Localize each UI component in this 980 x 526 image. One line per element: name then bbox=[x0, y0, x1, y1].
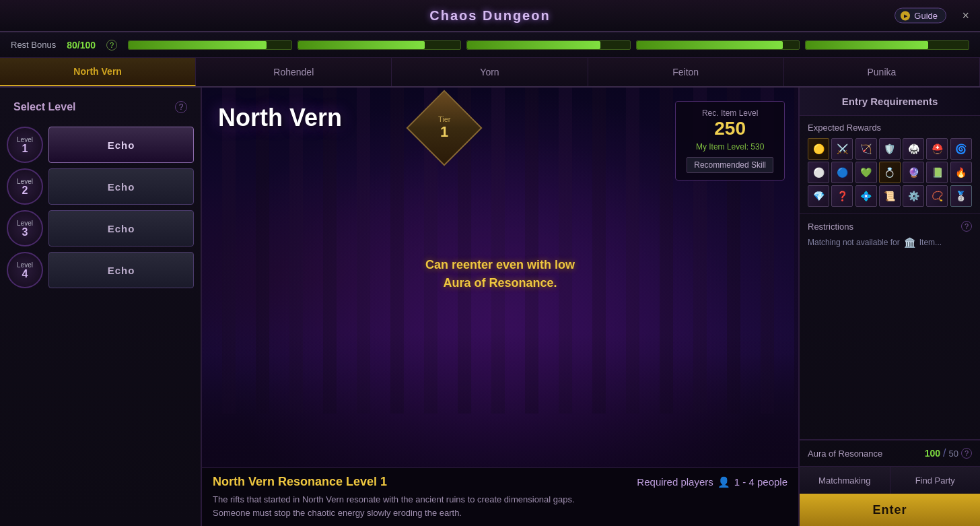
reward-item-silver[interactable]: 🥈 bbox=[950, 185, 972, 207]
level-item-3: Level 3 Echo bbox=[7, 210, 194, 246]
reward-item-gear[interactable]: ⚙️ bbox=[903, 185, 924, 207]
tier-content: Tier 1 bbox=[438, 115, 451, 141]
restriction-label: Matching not available for bbox=[808, 238, 900, 247]
guide-button[interactable]: Guide bbox=[895, 8, 946, 24]
reward-item-sphere[interactable]: 🔵 bbox=[831, 162, 853, 183]
reward-item-bow[interactable]: 🏹 bbox=[855, 138, 877, 160]
reward-item-gem2[interactable]: 💎 bbox=[808, 185, 829, 207]
dungeon-title: North Vern bbox=[218, 104, 342, 132]
reward-item-ring[interactable]: 💍 bbox=[879, 162, 901, 183]
reward-item-armor[interactable]: 🥋 bbox=[903, 138, 924, 160]
level-label-4: Level bbox=[17, 261, 33, 269]
tier-diamond: Tier 1 bbox=[406, 90, 482, 166]
ground-glow bbox=[202, 333, 798, 467]
zone-tabs: North Vern Rohendel Yorn Feiton Punika bbox=[0, 58, 980, 88]
title-bar: Chaos Dungeon Guide × bbox=[0, 0, 980, 32]
restrictions-help[interactable]: ? bbox=[961, 221, 972, 232]
recommended-skill-button[interactable]: Recommended Skill bbox=[687, 157, 773, 173]
reward-item-unknown[interactable]: ❓ bbox=[831, 185, 853, 207]
enter-button[interactable]: Enter bbox=[800, 494, 980, 526]
close-button[interactable]: × bbox=[962, 9, 969, 23]
reward-item-necklace[interactable]: 📿 bbox=[926, 185, 948, 207]
rec-item-label: Rec. Item Level bbox=[687, 108, 773, 118]
aura-help[interactable]: ? bbox=[961, 448, 972, 459]
dungeon-image-area: North Vern Tier 1 Can reenter even with … bbox=[202, 88, 798, 467]
progress-bar-2 bbox=[298, 40, 462, 50]
reward-item-rune[interactable]: 🔮 bbox=[903, 162, 924, 183]
progress-bar-1 bbox=[128, 40, 292, 50]
reward-item-sword[interactable]: ⚔️ bbox=[831, 138, 853, 160]
tab-punika[interactable]: Punika bbox=[784, 58, 980, 86]
tab-rohendel[interactable]: Rohendel bbox=[196, 58, 392, 86]
tab-feiton[interactable]: Feiton bbox=[588, 58, 784, 86]
select-level-help[interactable]: ? bbox=[175, 101, 187, 113]
rest-bonus-value: 80/100 bbox=[67, 40, 96, 51]
guide-label: Guide bbox=[914, 11, 938, 21]
level-label-3: Level bbox=[17, 220, 33, 227]
reward-item-scroll[interactable]: 📜 bbox=[879, 185, 901, 207]
player-icon: 👤 bbox=[718, 476, 730, 488]
restriction-text: Matching not available for 🏛️ Item... bbox=[808, 237, 972, 248]
level-num-1: 1 bbox=[22, 143, 28, 154]
reward-item-flask[interactable]: 💚 bbox=[855, 162, 877, 183]
center-panel: North Vern Tier 1 Can reenter even with … bbox=[202, 88, 798, 526]
find-party-button[interactable]: Find Party bbox=[890, 467, 981, 494]
level-badge-4: Level 4 bbox=[7, 252, 43, 288]
tier-badge: Tier 1 bbox=[417, 101, 471, 155]
reward-item-shield[interactable]: 🛡️ bbox=[879, 138, 901, 160]
level-label-2: Level bbox=[17, 178, 33, 185]
level-badge-2: Level 2 bbox=[7, 168, 43, 205]
level-button-2[interactable]: Echo bbox=[48, 168, 194, 205]
reward-item-gold[interactable]: 🟡 bbox=[808, 138, 829, 160]
aura-current: 100 bbox=[925, 448, 940, 459]
level-item-1: Level 1 Echo bbox=[7, 127, 194, 163]
restriction-icon: 🏛️ bbox=[904, 237, 915, 248]
dungeon-name-row: North Vern Resonance Level 1 Required pl… bbox=[213, 475, 788, 489]
expected-rewards-section: Expected Rewards 🟡 ⚔️ 🏹 🛡️ 🥋 ⛑️ 🌀 ⚪ 🔵 💚 … bbox=[800, 116, 980, 214]
restrictions-title: Restrictions bbox=[808, 222, 853, 232]
level-button-4[interactable]: Echo bbox=[48, 252, 194, 288]
restrictions-section: Restrictions ? Matching not available fo… bbox=[800, 214, 980, 440]
restrictions-header: Restrictions ? bbox=[808, 221, 972, 232]
rec-item-value: 250 bbox=[687, 118, 773, 139]
matchmaking-button[interactable]: Matchmaking bbox=[800, 467, 890, 494]
my-item-level: My Item Level: 530 bbox=[687, 142, 773, 152]
aura-section: Aura of Resonance 100 / 50 ? bbox=[800, 440, 980, 466]
description-line-1: The rifts that started in North Vern res… bbox=[213, 494, 575, 504]
reenter-message: Can reenter even with low Aura of Resona… bbox=[425, 256, 575, 292]
required-players-label: Required players bbox=[637, 476, 713, 488]
reward-item-helm[interactable]: ⛑️ bbox=[926, 138, 948, 160]
tab-yorn[interactable]: Yorn bbox=[392, 58, 588, 86]
aura-max: 50 bbox=[949, 449, 958, 459]
level-button-1[interactable]: Echo bbox=[48, 127, 194, 163]
rest-bonus-help[interactable]: ? bbox=[106, 40, 117, 51]
progress-bar-5 bbox=[805, 40, 969, 50]
restriction-item: Item... bbox=[919, 238, 942, 247]
rest-bonus-label: Rest Bonus bbox=[11, 40, 56, 50]
rec-item-panel: Rec. Item Level 250 My Item Level: 530 R… bbox=[675, 101, 785, 180]
rest-bonus-bar: Rest Bonus 80/100 ? bbox=[0, 32, 980, 58]
rewards-grid: 🟡 ⚔️ 🏹 🛡️ 🥋 ⛑️ 🌀 ⚪ 🔵 💚 💍 🔮 📗 🔥 💎 ❓ 💠 bbox=[808, 138, 972, 207]
reward-item-gem3[interactable]: 💠 bbox=[855, 185, 877, 207]
left-panel: Select Level ? Level 1 Echo Level 2 Echo… bbox=[0, 88, 202, 526]
aura-separator: / bbox=[943, 447, 946, 459]
reward-item-gem1[interactable]: 🌀 bbox=[950, 138, 972, 160]
aura-value: 100 / 50 ? bbox=[925, 447, 972, 459]
level-badge-3: Level 3 bbox=[7, 210, 43, 246]
window-title: Chaos Dungeon bbox=[429, 8, 550, 24]
reward-item-orb[interactable]: ⚪ bbox=[808, 162, 829, 183]
reward-item-book[interactable]: 📗 bbox=[926, 162, 948, 183]
select-level-header: Select Level ? bbox=[7, 96, 194, 119]
reward-item-fire[interactable]: 🔥 bbox=[950, 162, 972, 183]
dungeon-instance-name: North Vern Resonance Level 1 bbox=[213, 475, 387, 489]
level-button-3[interactable]: Echo bbox=[48, 210, 194, 246]
level-item-2: Level 2 Echo bbox=[7, 168, 194, 205]
play-icon bbox=[901, 11, 910, 20]
tab-north-vern[interactable]: North Vern bbox=[0, 58, 196, 86]
progress-bar-3 bbox=[466, 40, 631, 50]
level-num-3: 3 bbox=[22, 227, 28, 238]
right-panel: Entry Requirements Expected Rewards 🟡 ⚔️… bbox=[798, 88, 980, 526]
required-players-value: 1 - 4 people bbox=[734, 476, 788, 488]
can-reenter-text: Can reenter even with low Aura of Resona… bbox=[425, 256, 575, 292]
entry-requirements-header: Entry Requirements bbox=[800, 88, 980, 116]
